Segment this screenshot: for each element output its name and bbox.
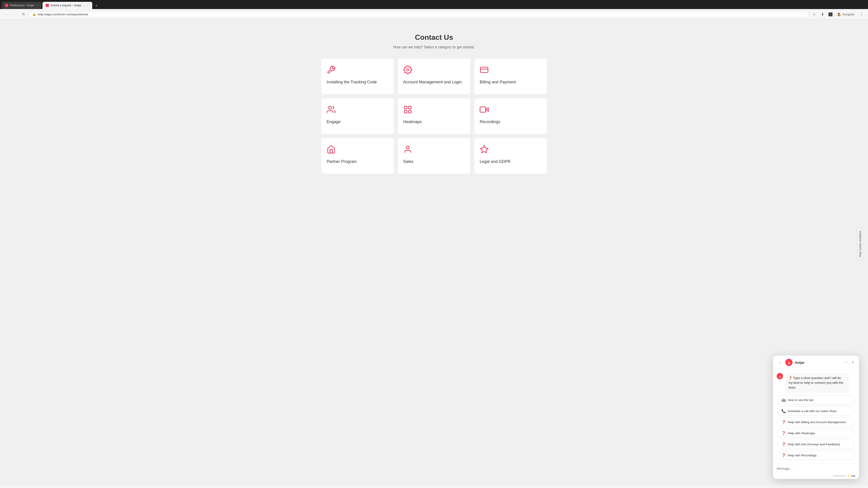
bookmark-button[interactable]: ☆ (811, 11, 817, 18)
svg-marker-7 (486, 108, 489, 111)
extension-button[interactable]: ⬛ (827, 11, 834, 18)
tab-1-close[interactable]: × (36, 4, 38, 7)
back-icon: ← (5, 12, 8, 16)
refresh-icon: ↻ (22, 12, 25, 16)
chat-option-schedule-call[interactable]: 📞 Schedule a call with our Sales Team (778, 406, 855, 416)
heatmaps-label: Heatmaps (403, 119, 422, 125)
chat-option-label-0: How to use the bot. (788, 398, 814, 402)
category-grid: Installing the Tracking Code Account Man… (321, 58, 547, 174)
browser-toolbar: ← → ↻ 🔒 ☆ ⬇ ⬛ 🕵 Incognito (0, 9, 868, 20)
page-subtitle: How can we help? Select a category to ge… (321, 45, 547, 49)
svg-rect-3 (404, 106, 407, 109)
chat-option-billing-help[interactable]: ❓ Help with Billing and Account Manageme… (778, 418, 855, 427)
download-button[interactable]: ⬇ (819, 11, 826, 18)
forward-icon: → (13, 12, 17, 16)
powered-by-text: Powered by (833, 475, 846, 477)
category-card-legal[interactable]: Legal and GDPR (474, 138, 547, 174)
svg-marker-10 (480, 145, 488, 153)
svg-point-9 (406, 146, 409, 149)
chat-message-input[interactable] (777, 467, 855, 470)
incognito-icon: 🕵 (837, 13, 841, 16)
incognito-button[interactable]: 🕵 Incognito (835, 12, 857, 17)
svg-point-2 (329, 106, 331, 109)
category-card-sales[interactable]: Sales (398, 138, 471, 174)
tab-2-favicon (46, 4, 49, 7)
new-tab-button[interactable]: + (93, 2, 100, 9)
recordings-label: Recordings (480, 119, 500, 125)
chat-close-button[interactable]: × (850, 360, 855, 365)
svg-rect-4 (408, 106, 411, 109)
partner-label: Partner Program (327, 159, 357, 164)
svg-rect-1 (480, 67, 488, 72)
chat-bot-text: ❓ Type a short question and I will do my… (788, 376, 843, 389)
chat-option-heatmaps-help[interactable]: ❓ Help with Heatmaps (778, 429, 855, 438)
category-card-heatmaps[interactable]: Heatmaps (398, 98, 471, 134)
chat-menu-button[interactable]: ⋮ (777, 360, 783, 365)
chat-option-label-1: Schedule a call with our Sales Team (788, 410, 837, 413)
more-button[interactable]: ⋮ (858, 11, 865, 18)
chat-option-icon-5: ❓ (781, 453, 786, 457)
account-label: Account Management and Login (403, 79, 462, 85)
category-card-tracking[interactable]: Installing the Tracking Code (321, 58, 394, 94)
browser-tab-1[interactable]: Preferences - Hotjar × (2, 2, 41, 9)
chat-message-row: 🔥 ❓ Type a short question and I will do … (777, 373, 855, 393)
recordings-icon (480, 105, 489, 116)
tab-2-label: Submit a request – Hotjar Doc... (51, 4, 85, 7)
billing-label: Billing and Payment (480, 79, 516, 85)
incognito-label: Incognito (842, 13, 855, 16)
chat-bot-name: Hotjar (795, 361, 842, 364)
chat-option-icon-1: 📞 (781, 409, 786, 413)
chat-option-label-4: Help with Ask (Surveys and Feedback) (788, 443, 840, 446)
page-title: Contact Us (321, 33, 547, 41)
more-icon: ⋮ (860, 12, 863, 17)
category-card-partner[interactable]: Partner Program (321, 138, 394, 174)
tab-2-close[interactable]: × (87, 4, 89, 7)
browser-tabs: Preferences - Hotjar × Submit a request … (0, 0, 868, 9)
refresh-button[interactable]: ↻ (20, 11, 27, 18)
engage-icon (327, 105, 336, 116)
chat-avatar-icon: 🔥 (787, 361, 791, 364)
legal-label: Legal and GDPR (480, 159, 510, 164)
tracking-label: Installing the Tracking Code (327, 79, 377, 85)
category-card-engage[interactable]: Engage (321, 98, 394, 134)
toolbar-actions: ☆ ⬇ ⬛ 🕵 Incognito ⋮ (811, 11, 865, 18)
svg-rect-6 (408, 110, 411, 113)
category-card-billing[interactable]: Billing and Payment (474, 58, 547, 94)
feedback-tab[interactable]: Help Center feedback (857, 228, 864, 260)
tab-1-favicon (5, 4, 8, 7)
chat-header: ⋮ 🔥 Hotjar − × (773, 356, 859, 369)
chat-dots-icon: ⋮ (778, 361, 782, 364)
category-card-recordings[interactable]: Recordings (474, 98, 547, 134)
feedback-tab-container[interactable]: Help Center feedback (857, 228, 864, 260)
extension-icon: ⬛ (828, 12, 833, 17)
minimize-icon: − (845, 360, 847, 364)
back-button[interactable]: ← (3, 11, 9, 18)
chat-option-label-5: Help with Recordings (788, 454, 817, 457)
chat-option-surveys-help[interactable]: ❓ Help with Ask (Surveys and Feedback) (778, 440, 855, 449)
address-bar[interactable]: 🔒 (29, 11, 809, 18)
engage-label: Engage (327, 119, 341, 125)
browser-chrome: Preferences - Hotjar × Submit a request … (0, 0, 868, 20)
download-icon: ⬇ (821, 12, 824, 17)
bookmark-icon: ☆ (813, 12, 816, 17)
sales-icon (403, 145, 412, 156)
chat-avatar: 🔥 (785, 359, 793, 366)
chat-header-controls: − × (844, 360, 855, 365)
tab-1-label: Preferences - Hotjar (10, 4, 34, 7)
forward-button[interactable]: → (12, 11, 18, 18)
account-icon (403, 65, 412, 76)
address-input[interactable] (38, 13, 805, 16)
billing-icon (480, 65, 489, 76)
svg-rect-8 (480, 107, 486, 112)
legal-icon (480, 145, 489, 156)
svg-point-0 (407, 69, 409, 71)
chat-option-icon-2: ❓ (781, 420, 786, 424)
browser-tab-2[interactable]: Submit a request – Hotjar Doc... × (42, 2, 92, 9)
category-card-account[interactable]: Account Management and Login (398, 58, 471, 94)
close-icon: × (852, 360, 854, 364)
chat-option-recordings-help[interactable]: ❓ Help with Recordings (778, 451, 855, 460)
partner-icon (327, 145, 336, 156)
chat-minimize-button[interactable]: − (844, 360, 848, 365)
chat-option-how-to-use[interactable]: 🤖 How to use the bot. (778, 395, 855, 404)
tracking-icon (327, 65, 336, 76)
